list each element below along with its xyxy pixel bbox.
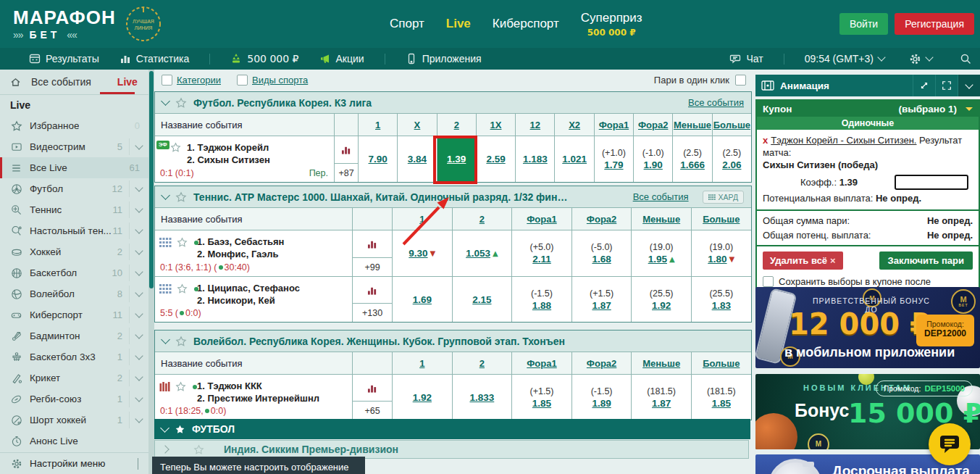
collapse-chevron-icon[interactable] xyxy=(161,191,170,200)
settings-menu[interactable] xyxy=(909,53,932,65)
sidebar-item-hockey[interactable]: Хоккей 2 xyxy=(0,241,148,262)
odd-cell-hcap2[interactable]: (+1.5)1.87 xyxy=(571,277,632,322)
expand-diagonal-icon[interactable] xyxy=(913,75,935,96)
expand-chevron[interactable] xyxy=(129,201,148,218)
sidebar-item-basketball-3x3[interactable]: Баскетбол 3x3 1 xyxy=(0,346,148,367)
more-markets-count[interactable]: +130 xyxy=(353,303,392,322)
expand-chevron[interactable] xyxy=(129,307,148,323)
sidebar-item-cricket[interactable]: Крикет 2 xyxy=(0,367,148,388)
favorite-star-icon[interactable] xyxy=(175,191,187,203)
nav-live[interactable]: Live xyxy=(446,17,471,31)
more-markets-count[interactable]: +99 xyxy=(353,257,392,276)
expand-chevron[interactable] xyxy=(129,328,148,344)
statistics-link[interactable]: Статистика xyxy=(120,53,190,65)
odd-cell-1[interactable]: 7.90 xyxy=(358,136,397,182)
statistics-chart-icon[interactable] xyxy=(353,375,392,401)
promo-banner-mobile-app[interactable]: МБЕТ М М ПРИВЕТСТВЕННЫЙ БОНУС ДО 12 000 … xyxy=(755,287,980,368)
expand-chevron[interactable] xyxy=(129,223,148,239)
odd-cell-2[interactable]: 1.833 xyxy=(452,375,512,420)
sidebar-item-rugby[interactable]: Регби-союз 1 xyxy=(0,388,148,409)
nav-sport[interactable]: Спорт xyxy=(390,17,424,31)
col-hcap1[interactable]: Фора1 xyxy=(511,352,571,374)
scrollbar-thumb[interactable] xyxy=(149,71,154,288)
col-1[interactable]: 1 xyxy=(392,208,452,230)
apps-link[interactable]: Приложения xyxy=(406,53,482,65)
sidebar-item-esports[interactable]: Киберспорт 11 xyxy=(0,304,148,325)
col-x[interactable]: X xyxy=(397,114,436,136)
support-chat-button[interactable] xyxy=(929,423,971,465)
odd-cell-over[interactable]: (19.0)1.80▼ xyxy=(691,230,751,276)
odd-cell-hcap1[interactable]: (-1.5)1.88 xyxy=(511,277,571,322)
logo[interactable]: МАРАФОН »» БЕТ «« ЛУЧШАЯ ЛИНИЯ xyxy=(13,5,162,43)
bet-match-link[interactable]: Тэджон Корейл - Сихын Ситизен. xyxy=(771,135,916,146)
col-under[interactable]: Меньше xyxy=(672,114,711,136)
col-over[interactable]: Больше xyxy=(712,114,751,136)
favorite-star-icon[interactable] xyxy=(175,381,186,392)
odd-cell-1x[interactable]: 2.59 xyxy=(476,136,515,182)
tab-all-events[interactable]: Все события xyxy=(31,76,91,88)
favorite-star-filled-icon[interactable] xyxy=(175,424,185,435)
sidebar-item-football[interactable]: Футбол 12 xyxy=(0,178,148,199)
col-over[interactable]: Больше xyxy=(691,208,751,230)
promotions-link[interactable]: Акции xyxy=(319,53,364,65)
more-markets-count[interactable]: +65 xyxy=(353,401,392,420)
odd-cell-under[interactable]: (181.5)1.87 xyxy=(631,375,691,420)
sports-link[interactable]: Виды спорта xyxy=(252,75,308,86)
event-name-cell[interactable]: 1. Тэджон ККК 2. Престиже Интернейшнл 0:… xyxy=(155,375,352,420)
remove-bet-icon[interactable]: х xyxy=(763,135,768,146)
event-name-cell[interactable]: 1. Циципас, Стефанос 2. Нисикори, Кей 5:… xyxy=(155,277,352,322)
search-button[interactable] xyxy=(960,53,971,65)
col-1[interactable]: 1 xyxy=(392,352,452,374)
col-2[interactable]: 2 xyxy=(452,352,512,374)
odd-cell-under[interactable]: (25.5)1.92 xyxy=(631,277,691,322)
fullscreen-icon[interactable] xyxy=(935,75,958,96)
register-button[interactable]: Регистрация xyxy=(895,13,974,35)
odd-cell-under[interactable]: (19.0)1.95▲ xyxy=(631,230,691,276)
sports-checkbox[interactable] xyxy=(237,75,248,86)
bet-slip-header[interactable]: Купон (выбрано 1) xyxy=(757,101,979,117)
expand-chevron[interactable] xyxy=(129,265,148,281)
odd-cell-hcap1[interactable]: (+1.5)1.85 xyxy=(511,375,571,420)
col-hcap1[interactable]: Фора1 xyxy=(511,208,571,230)
one-click-checkbox[interactable] xyxy=(735,75,746,86)
odd-cell-hcap2[interactable]: (-1.0)1.90 xyxy=(633,136,672,182)
favorite-star-icon[interactable] xyxy=(193,444,204,455)
expand-chevron[interactable] xyxy=(129,286,148,302)
event-name-cell[interactable]: ЭФ 1. Тэджон Корейл 2. Сихын Ситизен 0:1… xyxy=(155,136,334,182)
statistics-chart-icon[interactable] xyxy=(335,136,358,163)
col-2[interactable]: 2 xyxy=(452,208,512,230)
sidebar-item-all-live[interactable]: Все Live 61 xyxy=(0,157,148,178)
sidebar-item-tennis[interactable]: Теннис 11 xyxy=(0,199,148,220)
odd-cell-over[interactable]: (2.5)2.06 xyxy=(712,136,751,182)
favorite-star-icon[interactable] xyxy=(175,336,187,347)
col-under[interactable]: Меньше xyxy=(631,352,691,374)
time-selector[interactable]: 09:54 (GMT+3) xyxy=(805,53,884,65)
col-under[interactable]: Меньше xyxy=(631,208,691,230)
sidebar-item-short-hockey[interactable]: Шорт хоккей 1 xyxy=(0,409,148,431)
col-hcap1[interactable]: Фора1 xyxy=(594,114,633,136)
odd-cell-over[interactable]: (25.5)1.83 xyxy=(691,277,751,322)
place-bet-button[interactable]: Заключить пари xyxy=(879,251,973,270)
expand-chevron[interactable] xyxy=(129,349,148,365)
sidebar-scrollbar[interactable] xyxy=(148,70,154,474)
odd-cell-1[interactable]: 9.30▼ xyxy=(392,230,452,276)
sidebar-item-live-announce[interactable]: Анонс Live xyxy=(0,431,148,452)
col-over[interactable]: Больше xyxy=(691,352,751,374)
odd-cell-x2[interactable]: 1.021 xyxy=(554,136,593,182)
stake-input[interactable] xyxy=(895,175,968,190)
sidebar-item-volleyball[interactable]: Волейбол 8 xyxy=(0,283,148,304)
odd-cell-x[interactable]: 3.84 xyxy=(397,136,436,182)
more-markets-count[interactable]: +87 xyxy=(335,163,358,182)
categories-link[interactable]: Категории xyxy=(177,75,221,86)
event-name-cell[interactable]: 1. Баэз, Себастьян 2. Монфис, Гаэль 0:1 … xyxy=(155,230,352,276)
nav-esports[interactable]: Киберспорт xyxy=(493,17,559,31)
home-tab[interactable] xyxy=(9,76,22,88)
statistics-chart-icon[interactable] xyxy=(353,230,392,257)
collapse-chevron-icon[interactable] xyxy=(161,335,170,344)
odd-cell-hcap1[interactable]: (+1.0)1.79 xyxy=(594,136,633,182)
nav-superprize[interactable]: Суперприз 500 000 ₽ xyxy=(581,11,642,38)
col-1x[interactable]: 1X xyxy=(476,114,515,136)
keep-selections-checkbox[interactable] xyxy=(763,276,774,287)
odd-cell-2[interactable]: 1.053▲ xyxy=(452,230,512,276)
expand-chevron[interactable] xyxy=(129,244,148,260)
